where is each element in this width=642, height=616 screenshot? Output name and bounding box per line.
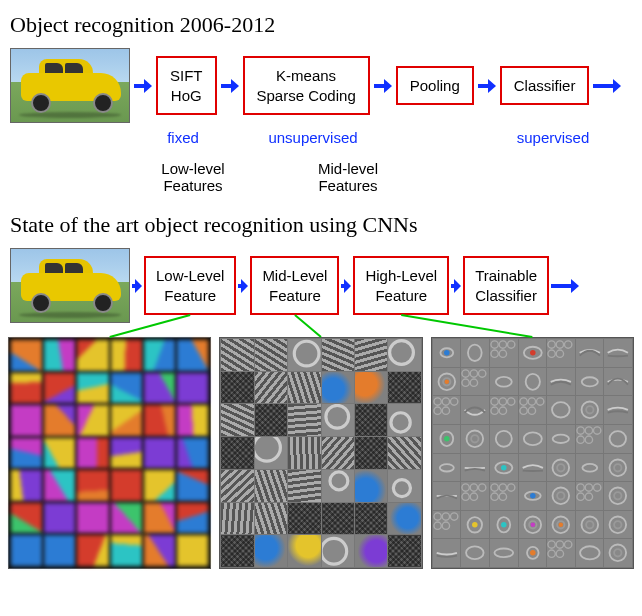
high-level-features-grid <box>431 337 634 569</box>
feature-patch <box>111 405 142 436</box>
feature-patch <box>11 503 42 534</box>
feature-patch <box>144 373 175 404</box>
svg-point-57 <box>523 432 541 445</box>
feature-patch <box>177 535 208 566</box>
pipeline-cnn: Low-Level Feature Mid-Level Feature High… <box>10 248 634 323</box>
feature-patch <box>388 503 420 535</box>
svg-point-7 <box>322 539 347 565</box>
feature-patch <box>461 482 489 510</box>
feature-patch <box>77 503 108 534</box>
svg-point-71 <box>610 459 627 476</box>
feature-patch <box>221 503 253 535</box>
svg-point-43 <box>499 407 506 414</box>
section2-title: State of the art object recognition usin… <box>10 212 634 238</box>
feature-patch <box>388 404 420 436</box>
feature-patch <box>255 404 287 436</box>
feature-patch <box>44 373 75 404</box>
svg-point-98 <box>442 522 449 529</box>
svg-point-61 <box>593 427 600 434</box>
box-sift-hog: SIFT HoG <box>156 56 217 115</box>
feature-patch <box>11 373 42 404</box>
feature-patch <box>388 470 420 502</box>
feature-patch <box>576 482 604 510</box>
annotation-supervised: supervised <box>488 129 618 146</box>
svg-point-77 <box>470 493 477 500</box>
svg-point-110 <box>586 521 593 528</box>
feature-patch <box>44 405 75 436</box>
svg-point-22 <box>556 350 563 357</box>
feature-patch <box>144 340 175 371</box>
svg-point-85 <box>553 488 570 505</box>
feature-patch <box>144 405 175 436</box>
svg-point-123 <box>610 545 627 562</box>
feature-patch <box>355 404 387 436</box>
feature-patch <box>519 539 547 567</box>
box-trainable-classifier: Trainable Classifier <box>463 256 549 315</box>
feature-patch <box>490 482 518 510</box>
feature-patch <box>77 373 108 404</box>
feature-patch <box>355 339 387 371</box>
svg-point-79 <box>499 484 506 491</box>
svg-point-27 <box>470 369 477 376</box>
feature-patch <box>44 535 75 566</box>
annotation-row: fixed unsupervised supervised <box>10 129 634 146</box>
feature-patch <box>177 340 208 371</box>
svg-point-67 <box>501 465 507 471</box>
svg-point-25 <box>444 379 449 384</box>
svg-point-116 <box>530 550 536 556</box>
svg-point-73 <box>462 484 469 491</box>
feature-patch <box>322 404 354 436</box>
feature-patch <box>461 339 489 367</box>
svg-point-102 <box>501 522 507 528</box>
svg-point-112 <box>614 521 621 528</box>
feature-patch <box>461 368 489 396</box>
svg-point-108 <box>559 522 564 527</box>
svg-point-94 <box>434 513 441 520</box>
svg-point-78 <box>491 484 498 491</box>
svg-point-69 <box>557 464 564 471</box>
svg-point-100 <box>472 522 478 528</box>
box-classifier: Classifier <box>500 66 590 106</box>
svg-point-76 <box>462 493 469 500</box>
feature-patch <box>177 503 208 534</box>
feature-patch <box>177 405 208 436</box>
svg-point-21 <box>548 350 555 357</box>
feature-patch <box>255 470 287 502</box>
svg-point-18 <box>548 341 555 348</box>
feature-patch <box>519 368 547 396</box>
feature-patch <box>255 437 287 469</box>
svg-point-49 <box>552 402 570 417</box>
feature-patch <box>221 404 253 436</box>
svg-point-91 <box>585 493 592 500</box>
feature-patch <box>576 339 604 367</box>
feature-patch <box>177 373 208 404</box>
box-high-level: High-Level Feature <box>353 256 449 315</box>
svg-point-50 <box>581 402 598 419</box>
svg-point-38 <box>442 407 449 414</box>
feature-patch <box>604 454 632 482</box>
svg-point-55 <box>471 435 478 442</box>
feature-patch <box>433 511 461 539</box>
svg-point-113 <box>466 547 484 560</box>
feature-patch <box>576 539 604 567</box>
svg-point-74 <box>470 484 477 491</box>
feature-patch <box>288 339 320 371</box>
feature-patch <box>388 339 420 371</box>
arrow-icon <box>341 279 351 293</box>
feature-patch <box>177 470 208 501</box>
svg-point-33 <box>581 377 597 386</box>
feature-patch <box>255 535 287 567</box>
svg-point-4 <box>255 437 280 461</box>
feature-patch <box>461 425 489 453</box>
feature-patch <box>77 470 108 501</box>
feature-patch <box>77 340 108 371</box>
feature-patch <box>490 539 518 567</box>
svg-point-37 <box>434 407 441 414</box>
input-image <box>10 248 130 323</box>
svg-point-3 <box>391 413 410 432</box>
svg-point-17 <box>530 350 536 356</box>
svg-point-42 <box>491 407 498 414</box>
arrow-icon <box>238 279 248 293</box>
feature-patch <box>11 438 42 469</box>
svg-point-72 <box>614 464 621 471</box>
